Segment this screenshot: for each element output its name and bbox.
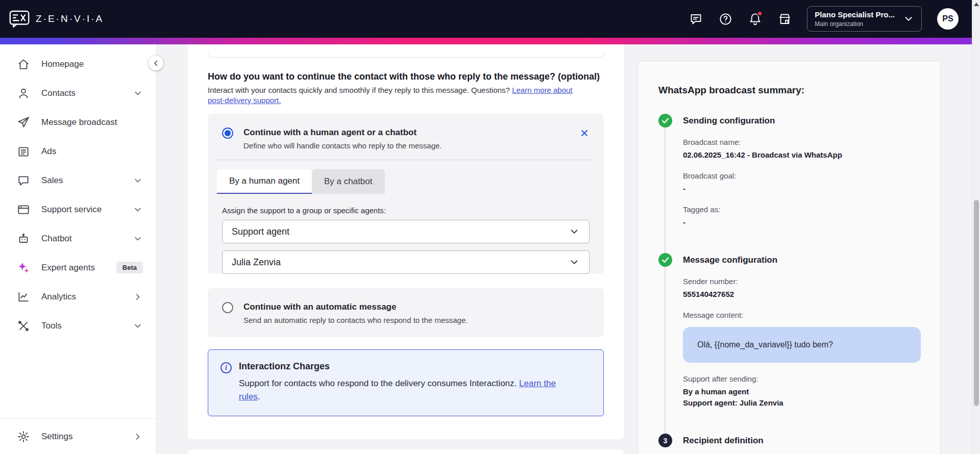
summary-field: Support after sending: By a human agent … [683, 374, 920, 408]
select-value: Support agent [232, 226, 289, 237]
option-automatic-message-panel: Continue with an automatic message Send … [208, 288, 604, 337]
field-value: Support agent: Julia Zenvia [683, 398, 920, 408]
sidebar-item-analytics[interactable]: Analytics [0, 282, 156, 311]
organization-text: Plano Specialist Pro... Main organizatio… [815, 10, 895, 28]
chevron-down-icon [903, 13, 914, 24]
field-value: - [683, 217, 920, 227]
gear-icon [17, 430, 30, 443]
select-value: Julia Zenvia [232, 257, 281, 268]
field-value: - [683, 184, 920, 193]
option-title: Continue with a human agent or a chatbot [243, 127, 569, 138]
alert-body: Support for contacts who respond to the … [239, 377, 566, 403]
step-title: Recipient definition [683, 435, 920, 446]
sparkles-icon [17, 261, 30, 274]
question-title: How do you want to continue the contact … [208, 71, 604, 82]
sidebar-item-homepage[interactable]: Homepage [0, 49, 156, 79]
sidebar-item-label: Homepage [41, 59, 84, 69]
topbar-actions: Plano Specialist Pro... Main organizatio… [689, 6, 959, 32]
step-complete-icon [658, 114, 672, 128]
sidebar-collapse-button[interactable] [149, 56, 163, 70]
organization-selector[interactable]: Plano Specialist Pro... Main organizatio… [807, 6, 922, 32]
assign-support-label: Assign the support to a group or specifi… [222, 206, 590, 215]
chevron-right-icon [133, 292, 143, 302]
summary-field: Message content: Olá, {{nome_da_variavel… [683, 310, 920, 363]
send-icon [17, 116, 30, 129]
help-icon[interactable] [718, 12, 732, 26]
summary-field: Broadcast name: 02.06.2025_16:42 - Broad… [683, 137, 920, 160]
chevron-down-icon [133, 321, 143, 331]
step-title: Message configuration [683, 255, 920, 265]
home-icon [17, 58, 30, 71]
sidebar-item-label: Tools [41, 321, 62, 331]
option-description: Send an automatic reply to contacts who … [243, 315, 590, 325]
option-human-agent-panel: Continue with a human agent or a chatbot… [208, 114, 604, 274]
content-area: How do you want to continue the contact … [157, 44, 972, 454]
scrolled-element-remnant [208, 52, 604, 58]
chevron-down-icon [133, 88, 143, 98]
page-scrollbar[interactable] [972, 0, 980, 454]
close-icon[interactable] [579, 128, 590, 138]
summary-step-recipient-definition: 3 Recipient definition Selected contacts… [658, 435, 920, 454]
sales-icon [17, 174, 30, 187]
alert-title: Interactionz Charges [239, 361, 566, 372]
beta-badge: Beta [116, 262, 143, 273]
sidebar-item-chatbot[interactable]: Chatbot [0, 224, 156, 253]
message-preview-bubble: Olá, {{nome_da_variavel}} tudo bem? [683, 327, 921, 363]
question-description-text: Interact with your contacts quickly and … [208, 86, 512, 94]
summary-field: Tagged as: - [683, 205, 920, 227]
brand-wordmark: Z·E·N·V·I·A [36, 13, 104, 24]
field-value: 02.06.2025_16:42 - Broadcast via WhatsAp… [683, 150, 920, 160]
analytics-icon [17, 290, 30, 304]
sidebar-item-tools[interactable]: Tools [0, 311, 156, 340]
zenvia-brand[interactable]: Z·E·N·V·I·A [9, 10, 104, 28]
option-description: Define who will handle contacts who repl… [243, 141, 569, 150]
summary-field: Sender number: 555140427652 [683, 276, 920, 299]
sidebar-item-ads[interactable]: Ads [0, 137, 156, 166]
sidebar-item-sales[interactable]: Sales [0, 166, 156, 195]
user-avatar[interactable]: PS [937, 8, 959, 30]
organization-name: Plano Specialist Pro... [815, 10, 895, 20]
radio-automatic-message[interactable] [222, 302, 233, 313]
field-label: Message content: [683, 310, 920, 320]
scroll-up-arrow-icon[interactable] [974, 3, 979, 6]
support-service-icon [17, 203, 30, 216]
sidebar-item-expert-agents[interactable]: Expert agents Beta [0, 253, 156, 282]
sidebar-item-label: Contacts [41, 88, 76, 98]
chevron-right-icon [133, 432, 143, 442]
chevron-down-icon [133, 205, 143, 215]
sidebar-item-label: Settings [41, 432, 72, 442]
sidebar-item-settings[interactable]: Settings [0, 418, 156, 454]
interactionz-charges-alert: i Interactionz Charges Support for conta… [208, 349, 604, 416]
sidebar-item-label: Ads [41, 146, 56, 157]
field-label: Sender number: [683, 276, 920, 286]
field-value: By a human agent [683, 387, 920, 396]
sidebar-item-label: Sales [41, 175, 63, 186]
tab-by-human-agent[interactable]: By a human agent [217, 169, 312, 194]
tab-by-chatbot[interactable]: By a chatbot [312, 169, 385, 194]
sidebar-item-contacts[interactable]: Contacts [0, 79, 156, 108]
chevron-down-icon [133, 175, 143, 186]
store-icon[interactable] [777, 12, 792, 26]
step-title: Sending configuration [683, 115, 920, 126]
radio-human-agent[interactable] [222, 128, 233, 139]
option-title: Continue with an automatic message [243, 301, 590, 312]
sidebar: Homepage Contacts Message broadcast Ads [0, 44, 157, 454]
alert-body-text: Support for contacts who respond to the … [239, 379, 519, 388]
support-type-tabs: By a human agent By a chatbot [208, 160, 604, 194]
sidebar-item-support-service[interactable]: Support service [0, 195, 156, 224]
sidebar-item-label: Message broadcast [41, 117, 117, 128]
alert-body-suffix: . [258, 392, 260, 401]
scrollbar-thumb[interactable] [974, 200, 979, 406]
summary-step-message-configuration: Message configuration Sender number: 555… [658, 255, 920, 408]
alert-content: Interactionz Charges Support for contact… [239, 361, 566, 403]
notifications-icon[interactable] [748, 12, 762, 26]
sidebar-item-label: Chatbot [41, 234, 72, 244]
broadcast-form-card: How do you want to continue the contact … [188, 44, 624, 439]
next-section-card [188, 449, 624, 454]
support-agent-select[interactable]: Julia Zenvia [222, 250, 590, 274]
field-label: Tagged as: [683, 205, 920, 214]
question-description: Interact with your contacts quickly and … [208, 85, 585, 106]
chat-icon[interactable] [689, 12, 703, 26]
support-group-select[interactable]: Support agent [222, 220, 590, 243]
sidebar-item-message-broadcast[interactable]: Message broadcast [0, 108, 156, 137]
